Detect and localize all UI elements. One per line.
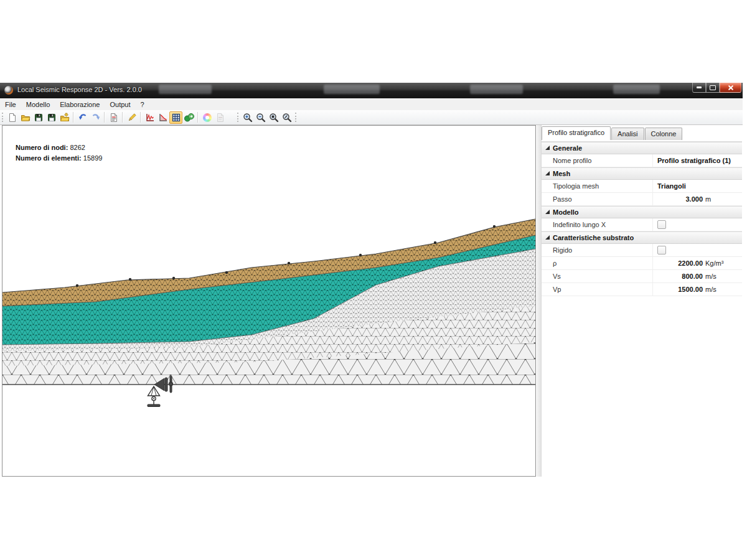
maximize-button[interactable]: [706, 83, 720, 93]
new-button[interactable]: [6, 111, 19, 124]
model-canvas[interactable]: Numero di nodi: 8262 Numero di elementi:…: [2, 125, 536, 477]
titlebar-glare: [159, 85, 212, 94]
save-all-icon: [47, 113, 57, 123]
category-modello[interactable]: Modello: [542, 206, 742, 218]
menu-modello[interactable]: Modello: [21, 100, 55, 110]
passo-field[interactable]: 3.000 m: [653, 193, 742, 205]
row-nome-profilo: Nome profilo Profilo stratigrafico (1): [542, 154, 742, 167]
close-icon: [728, 85, 734, 91]
expander-icon: [545, 146, 550, 150]
tab-colonne[interactable]: Colonne: [645, 128, 683, 140]
spectrum-chart-icon: [158, 113, 168, 123]
property-unit: Kg/m³: [705, 259, 723, 267]
property-name: Nome profilo: [542, 154, 653, 167]
row-rho: ρ 2200.00 Kg/m³: [542, 257, 742, 270]
save-project-icon: [60, 113, 70, 123]
redo-button[interactable]: [89, 111, 102, 124]
category-caratteristiche-substrato[interactable]: Caratteristiche substrato: [542, 231, 742, 244]
menubar: File Modello Elaborazione Output ?: [0, 98, 743, 110]
property-value: 800.00: [653, 273, 703, 280]
materials-button[interactable]: [182, 111, 195, 124]
menu-file[interactable]: File: [0, 100, 21, 110]
zoom-extents-button[interactable]: [280, 111, 293, 124]
save-project-button[interactable]: [58, 111, 71, 124]
category-title: Caratteristiche substrato: [553, 232, 652, 243]
save-button[interactable]: [32, 111, 45, 124]
row-vp: Vp 1500.00 m/s: [542, 283, 742, 296]
zoom-out-button[interactable]: [254, 111, 267, 124]
save-all-button[interactable]: [45, 111, 58, 124]
titlebar: Local Seismic Response 2D - Vers. 2.0.0: [0, 83, 743, 98]
property-value: 2200.00: [653, 259, 703, 267]
app-icon: [4, 86, 13, 95]
property-value: 3.000: [653, 195, 703, 203]
undo-icon: [78, 113, 88, 123]
report-button[interactable]: [107, 111, 120, 124]
vp-field[interactable]: 1500.00 m/s: [653, 283, 742, 296]
titlebar-glare: [324, 85, 380, 94]
nome-profilo-field[interactable]: Profilo stratigrafico (1): [653, 154, 742, 167]
zoom-window-icon: [269, 113, 279, 123]
menu-elaborazione[interactable]: Elaborazione: [55, 100, 105, 110]
tipologia-mesh-select[interactable]: Triangoli: [653, 180, 742, 192]
tab-analisi[interactable]: Analisi: [611, 128, 644, 140]
property-unit: m/s: [705, 273, 716, 280]
toolbar-separator: [122, 112, 123, 123]
category-mesh[interactable]: Mesh: [542, 167, 742, 180]
tab-profilo-stratigrafico[interactable]: Profilo stratigrafico: [542, 126, 611, 140]
open-button[interactable]: [19, 111, 32, 124]
rho-field[interactable]: 2200.00 Kg/m³: [653, 257, 742, 269]
edit-button[interactable]: [125, 111, 138, 124]
zoom-in-button[interactable]: [241, 111, 254, 124]
color-wheel-icon: [203, 113, 212, 122]
mesh-toggle-button[interactable]: [169, 111, 182, 124]
row-indefinito-lungo-x: Indefinito lungo X: [542, 218, 742, 231]
minimize-button[interactable]: [692, 83, 706, 93]
undo-button[interactable]: [76, 111, 89, 124]
open-folder-icon: [21, 113, 31, 123]
spectrum-button[interactable]: [156, 111, 169, 124]
toolbar-grip: [2, 113, 3, 122]
rigido-checkbox[interactable]: [657, 246, 666, 254]
row-rigido: Rigido: [542, 244, 742, 257]
vs-field[interactable]: 800.00 m/s: [653, 270, 742, 282]
export-icon: [215, 113, 225, 123]
toolbar-grip: [237, 113, 238, 122]
accelerogram-chart-icon: [145, 113, 155, 123]
toolbar-grip: [295, 113, 296, 122]
property-name: Passo: [542, 193, 653, 205]
save-icon: [34, 113, 44, 123]
menu-help[interactable]: ?: [136, 100, 149, 110]
properties-panel: Profilo stratigrafico Analisi Colonne Ge…: [542, 125, 743, 523]
expander-icon: [545, 235, 550, 240]
indefinito-lungo-x-checkbox[interactable]: [657, 220, 666, 229]
property-name: Rigido: [542, 244, 653, 256]
toolbar-separator: [197, 112, 199, 123]
close-button[interactable]: [720, 83, 741, 93]
titlebar-glare: [470, 85, 523, 94]
property-name: Vs: [542, 270, 653, 282]
export-button[interactable]: [214, 111, 227, 124]
zoom-window-button[interactable]: [267, 111, 280, 124]
toolbar-separator: [73, 112, 74, 123]
property-unit: m: [705, 195, 711, 203]
property-value: Triangoli: [653, 182, 686, 190]
property-name: Vp: [542, 283, 653, 296]
property-grid: Generale Nome profilo Profilo stratigraf…: [542, 141, 742, 296]
zoom-out-icon: [256, 113, 266, 123]
toolbar-separator: [104, 112, 105, 123]
accelerogram-button[interactable]: [143, 111, 156, 124]
menu-output[interactable]: Output: [105, 100, 135, 110]
colors-button[interactable]: [200, 111, 214, 124]
row-vs: Vs 800.00 m/s: [542, 270, 742, 283]
report-icon: [109, 113, 119, 123]
property-name: Tipologia mesh: [542, 180, 653, 192]
category-title: Generale: [553, 142, 652, 154]
category-generale[interactable]: Generale: [542, 142, 742, 154]
panel-tabbar: Profilo stratigrafico Analisi Colonne: [542, 126, 683, 140]
property-value: 1500.00: [653, 286, 703, 293]
property-name: Indefinito lungo X: [542, 218, 653, 231]
maximize-icon: [710, 85, 716, 90]
row-tipologia-mesh: Tipologia mesh Triangoli: [542, 180, 742, 193]
zoom-extents-icon: [282, 113, 292, 123]
